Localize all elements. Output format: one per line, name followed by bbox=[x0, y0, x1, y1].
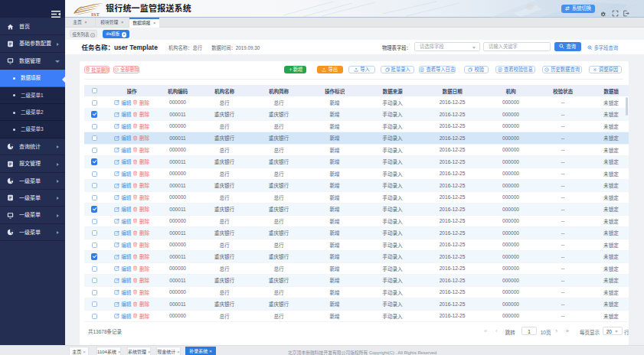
svg-text:IST: IST bbox=[91, 11, 100, 17]
